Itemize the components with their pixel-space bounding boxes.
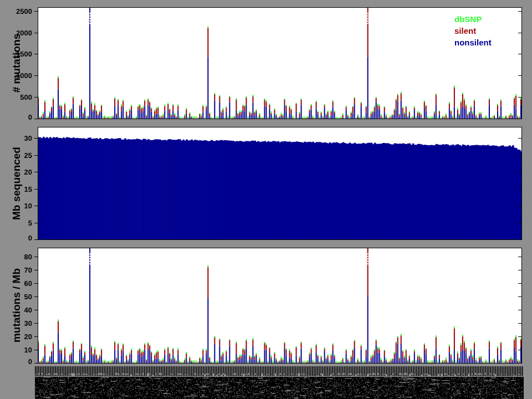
y-axis-label-mb-sequenced: Mb sequenced [11,147,23,220]
legend-item-silent: silent [454,25,492,37]
y-axis-label-num-mutations: # mutations [11,34,23,93]
y-axis-label-mutations-per-mb: mutations / Mb [11,268,23,342]
chart-canvas [0,0,532,399]
legend-item-nonsilent: nonsilent [454,37,492,48]
legend-item-dbsnp: dbSNP [454,13,492,25]
mutation-rate-figure: # mutations Mb sequenced mutations / Mb … [0,0,532,399]
legend: dbSNP silent nonsilent [454,13,492,48]
